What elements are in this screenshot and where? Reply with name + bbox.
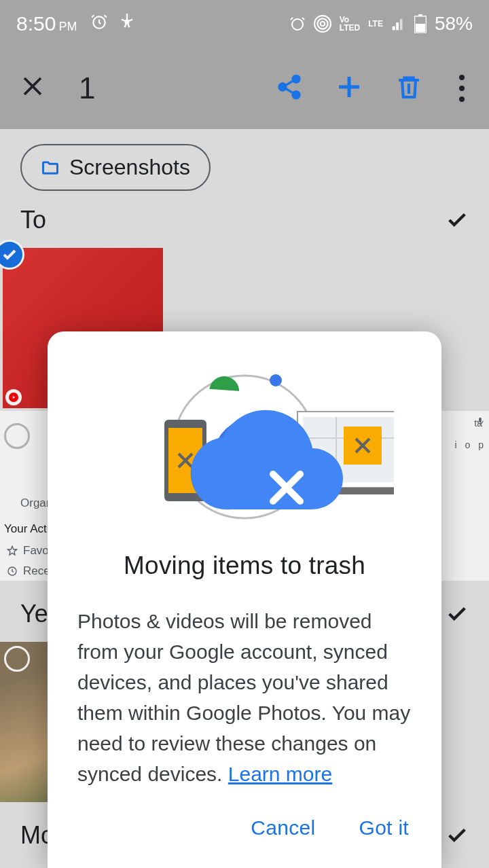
status-right: VoLTED LTE 58% bbox=[289, 13, 473, 35]
svg-point-1 bbox=[126, 20, 129, 24]
dialog-title: Moving items to trash bbox=[77, 551, 412, 580]
cancel-button[interactable]: Cancel bbox=[251, 816, 315, 839]
dialog-illustration bbox=[48, 331, 441, 535]
got-it-button[interactable]: Got it bbox=[359, 816, 410, 839]
selection-app-bar: 1 bbox=[0, 48, 489, 129]
dialog-body: Photos & videos will be removed from you… bbox=[77, 606, 412, 789]
svg-rect-13 bbox=[479, 418, 482, 422]
mic-icon bbox=[475, 416, 485, 426]
dialog-body-text: Photos & videos will be removed from you… bbox=[77, 610, 410, 785]
unselected-circle-icon[interactable] bbox=[4, 646, 30, 672]
svg-point-4 bbox=[317, 18, 327, 29]
svg-point-3 bbox=[320, 22, 325, 26]
section-yesterday-label: Ye bbox=[20, 600, 48, 628]
volte-icon: VoLTED bbox=[340, 16, 360, 32]
battery-percent: 58% bbox=[435, 13, 473, 35]
star-icon bbox=[7, 545, 18, 556]
check-icon[interactable] bbox=[446, 824, 469, 847]
status-time: 8:50 PM bbox=[16, 12, 77, 35]
content-area: Screenshots To ta i o p Organi Your Acti… bbox=[0, 129, 489, 868]
selected-check-icon bbox=[0, 240, 24, 270]
close-selection-button[interactable] bbox=[20, 71, 45, 105]
youtube-icon bbox=[5, 389, 22, 405]
dialog-actions: Cancel Got it bbox=[48, 789, 441, 868]
alarm-icon bbox=[90, 13, 108, 31]
unselected-circle-icon[interactable] bbox=[4, 423, 30, 449]
selection-count: 1 bbox=[79, 71, 276, 105]
folder-icon bbox=[41, 158, 60, 177]
svg-point-11 bbox=[293, 92, 300, 98]
check-icon[interactable] bbox=[446, 209, 469, 232]
clock-icon bbox=[7, 566, 18, 577]
svg-point-16 bbox=[270, 374, 282, 386]
trash-icon[interactable] bbox=[395, 73, 422, 103]
svg-point-2 bbox=[292, 19, 303, 30]
signal-icon bbox=[391, 16, 406, 31]
svg-rect-8 bbox=[416, 24, 425, 33]
filter-chip-screenshots[interactable]: Screenshots bbox=[20, 144, 211, 191]
svg-point-10 bbox=[279, 84, 286, 90]
lte-icon: LTE bbox=[368, 20, 383, 28]
time-value: 8:50 bbox=[16, 12, 56, 35]
section-today: To bbox=[0, 199, 489, 248]
svg-point-9 bbox=[293, 75, 300, 82]
share-icon[interactable] bbox=[276, 73, 303, 103]
battery-icon bbox=[414, 14, 427, 33]
alarm-icon bbox=[289, 16, 306, 32]
hotspot-icon bbox=[314, 15, 331, 33]
check-icon[interactable] bbox=[446, 602, 469, 626]
svg-rect-7 bbox=[418, 14, 422, 16]
pinwheel-icon bbox=[117, 12, 137, 31]
status-bar: 8:50 PM VoLTED LTE 58% bbox=[0, 0, 489, 48]
time-period: PM bbox=[58, 20, 77, 34]
status-left: 8:50 PM bbox=[16, 12, 137, 35]
section-today-label: To bbox=[20, 206, 46, 234]
more-options-icon[interactable] bbox=[455, 75, 469, 102]
move-to-trash-dialog: Moving items to trash Photos & videos wi… bbox=[48, 331, 441, 868]
learn-more-link[interactable]: Learn more bbox=[228, 763, 332, 785]
add-icon[interactable] bbox=[336, 73, 363, 103]
filter-chip-label: Screenshots bbox=[69, 155, 190, 180]
keyboard-hint: i o p bbox=[455, 439, 486, 450]
